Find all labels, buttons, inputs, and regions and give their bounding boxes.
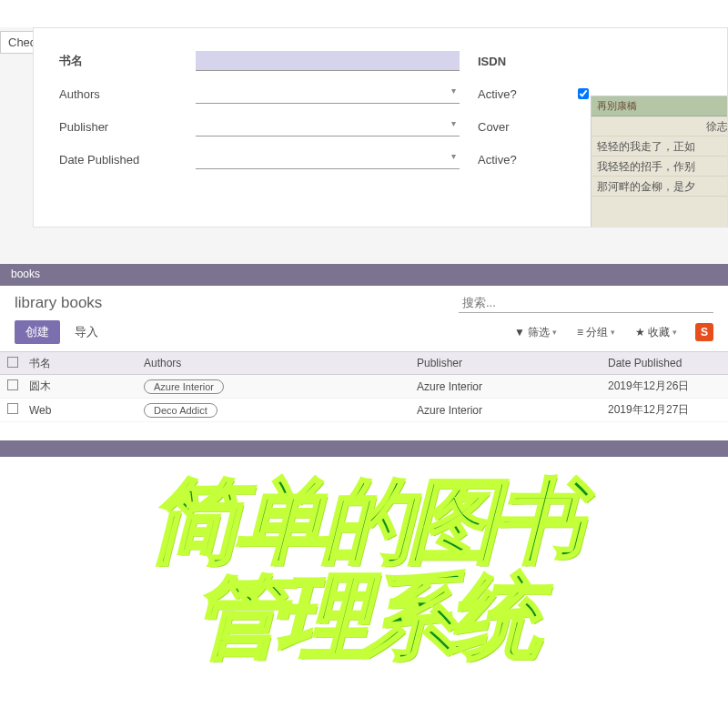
cell-publisher: Azure Interior bbox=[417, 404, 608, 417]
cover-line: 我轻轻的招手，作别 bbox=[592, 157, 728, 177]
column-header-publisher[interactable]: Publisher bbox=[417, 357, 608, 369]
label-cover: Cover bbox=[478, 120, 510, 134]
list-view: library books 创建 导入 ▼ 筛选 ▾ ≡ 分组 ▾ ★ 收藏 ▾… bbox=[0, 286, 728, 457]
author-tag[interactable]: Deco Addict bbox=[144, 403, 217, 418]
row-checkbox[interactable] bbox=[7, 403, 18, 414]
form-view: Check ISBN 书名 Authors Publisher Date Pub… bbox=[0, 27, 728, 264]
funnel-icon: ▼ bbox=[514, 326, 525, 339]
authors-select[interactable] bbox=[196, 84, 460, 104]
chevron-down-icon: ▾ bbox=[672, 328, 677, 337]
group-label: 分组 bbox=[586, 325, 608, 340]
label-authors: Authors bbox=[59, 87, 100, 101]
divider-strip bbox=[0, 440, 728, 457]
column-header-authors[interactable]: Authors bbox=[144, 357, 417, 369]
table-row[interactable]: Web Deco Addict Azure Interior 2019年12月2… bbox=[0, 399, 728, 422]
cover-image[interactable]: 再別康橋 徐志摩 轻轻的我走了，正如 我轻轻的招手，作别 那河畔的金柳，是夕 bbox=[591, 96, 728, 228]
cover-line: 轻轻的我走了，正如 bbox=[592, 136, 728, 157]
hero-line-2: 管理系统 bbox=[0, 569, 728, 664]
ime-badge-icon: S bbox=[695, 323, 713, 341]
star-icon: ★ bbox=[635, 326, 645, 339]
book-name-input[interactable] bbox=[196, 51, 460, 71]
label-active-2: Active? bbox=[478, 153, 517, 167]
page-title: library books bbox=[15, 294, 102, 312]
group-dropdown[interactable]: ≡ 分组 ▾ bbox=[570, 323, 622, 342]
label-publisher: Publisher bbox=[59, 120, 108, 134]
label-active-1: Active? bbox=[478, 87, 517, 101]
hero-title: 简单的图书 管理系统 bbox=[0, 473, 728, 664]
cover-line: 那河畔的金柳，是夕 bbox=[592, 177, 728, 197]
cell-name: Web bbox=[25, 404, 144, 417]
table-row[interactable]: 圆木 Azure Interior Azure Interior 2019年12… bbox=[0, 375, 728, 399]
cell-date: 2019年12月26日 bbox=[608, 379, 728, 394]
breadcrumb-text: books bbox=[11, 268, 40, 280]
cell-publisher: Azure Interior bbox=[417, 380, 608, 393]
publisher-select[interactable] bbox=[196, 116, 460, 136]
cover-line: 徐志摩 bbox=[592, 116, 728, 136]
select-all-checkbox[interactable] bbox=[7, 357, 18, 368]
chevron-down-icon: ▾ bbox=[552, 328, 557, 337]
breadcrumb-bar: books bbox=[0, 264, 728, 286]
list-icon: ≡ bbox=[577, 326, 583, 339]
hero-line-1: 简单的图书 bbox=[0, 473, 728, 569]
filter-dropdown[interactable]: ▼ 筛选 ▾ bbox=[507, 323, 564, 342]
favorite-dropdown[interactable]: ★ 收藏 ▾ bbox=[628, 323, 684, 342]
date-published-select[interactable] bbox=[196, 149, 460, 169]
label-date-published: Date Published bbox=[59, 153, 139, 167]
author-tag[interactable]: Azure Interior bbox=[144, 379, 224, 394]
form-panel: 书名 Authors Publisher Date Published ISDN… bbox=[33, 27, 728, 228]
cell-name: 圆木 bbox=[25, 379, 144, 394]
create-button[interactable]: 创建 bbox=[15, 320, 60, 344]
column-header-date[interactable]: Date Published bbox=[608, 357, 728, 369]
row-checkbox[interactable] bbox=[7, 379, 18, 390]
favorite-label: 收藏 bbox=[648, 325, 670, 340]
filter-label: 筛选 bbox=[528, 325, 550, 340]
chevron-down-icon: ▾ bbox=[611, 328, 615, 337]
label-book-name: 书名 bbox=[59, 53, 83, 69]
label-isdn: ISDN bbox=[478, 55, 506, 68]
cover-header: 再別康橋 bbox=[592, 96, 728, 116]
column-header-name[interactable]: 书名 bbox=[25, 356, 144, 371]
import-button[interactable]: 导入 bbox=[66, 320, 107, 344]
table-header: 书名 Authors Publisher Date Published bbox=[0, 351, 728, 375]
search-input[interactable] bbox=[459, 293, 713, 313]
active-checkbox[interactable] bbox=[578, 88, 589, 99]
cell-date: 2019年12月27日 bbox=[608, 402, 728, 418]
